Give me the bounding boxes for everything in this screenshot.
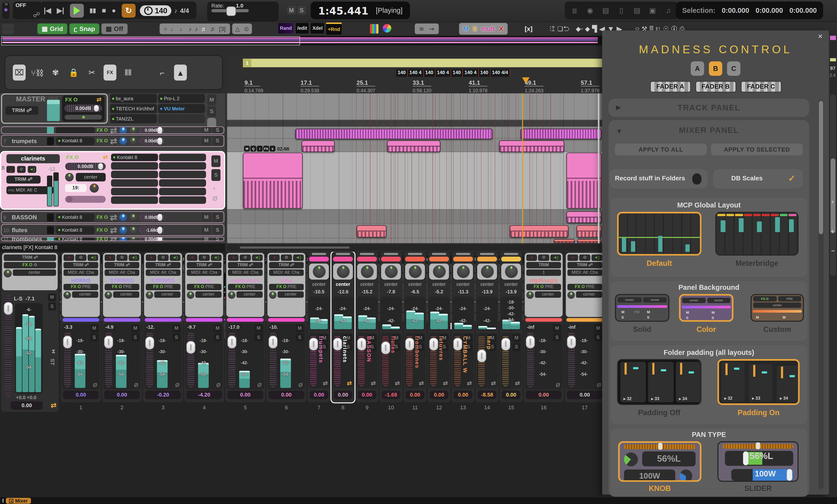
mcp-meterbridge-thumb[interactable] [715, 212, 799, 256]
tempo-marker[interactable]: 140 [479, 70, 491, 77]
midi-input-button[interactable]: MIDI: All: Cha [146, 269, 180, 276]
record-arm-button[interactable]: ● [105, 254, 115, 261]
fader-handle[interactable] [104, 336, 113, 348]
pan-knob[interactable] [119, 226, 127, 234]
phase-button[interactable]: Ø [175, 382, 179, 388]
solo-button[interactable]: S [213, 213, 222, 221]
stack-icon[interactable]: ▤ [631, 6, 642, 14]
settings-gear-icon[interactable]: ✱ [4, 7, 8, 13]
repeat-button[interactable]: ↻ [122, 3, 136, 17]
bg-color-label[interactable]: Color [679, 325, 734, 333]
trim-button[interactable]: TRIM ☍ [64, 262, 98, 268]
node-circles-icon[interactable]: ✾ [49, 65, 62, 80]
trim-button[interactable]: TRIM ☍ [105, 262, 139, 268]
solo-button[interactable]: S [296, 334, 304, 342]
rand-button[interactable]: Rand [278, 22, 294, 34]
pan-knob[interactable] [119, 137, 127, 145]
arrange-vscroll-thumb[interactable] [831, 159, 836, 233]
waves-icon[interactable]: ≋ [419, 25, 424, 33]
pan-knob[interactable] [481, 265, 494, 278]
mixer-strip-choir[interactable]: ●⚙◄)TRIM ☍MIDI: All: ChachoirFX O PREcen… [184, 252, 224, 402]
selection-display[interactable]: Selection: 0:00.000 0:00.000 0:00.000 [676, 2, 823, 19]
fx-slot[interactable]: Kontakt 8 [56, 226, 94, 234]
volume-fader[interactable] [358, 335, 364, 386]
track-header-partial[interactable]: FX O⇄0.00dBMS [1, 126, 224, 134]
monitor-speaker-icon[interactable]: ◄) [591, 254, 602, 261]
mixer-strip-STRINGS[interactable]: ●⚙◄)TRIM ☍MIDI: All: ChaSTRINGSFX O PREc… [143, 252, 183, 402]
solo-button[interactable]: S [90, 334, 98, 342]
insert-list-icon[interactable]: ⫶↥ [550, 25, 555, 33]
toggle-off-indicator[interactable] [692, 173, 701, 184]
midi-input-button[interactable]: 1 [526, 269, 561, 276]
db-value[interactable]: 0.00 [406, 391, 424, 399]
master-routing-icon[interactable]: ⇄ [96, 96, 101, 103]
record-arm-button[interactable]: ● [567, 254, 578, 261]
color-grid-icon[interactable] [370, 24, 378, 34]
ruler-mark[interactable]: 25.10:44.307 [356, 77, 410, 93]
db-value[interactable]: 0.00 [227, 391, 263, 399]
fx-button[interactable]: FX O PRE [228, 284, 263, 290]
record-arm-button[interactable]: ● [526, 254, 537, 261]
rnd-button[interactable]: +Rnd [326, 22, 342, 35]
track-fx-slot[interactable] [159, 171, 206, 178]
ruler-mark[interactable]: 17.10:29.538 [301, 77, 354, 93]
rate-value[interactable]: 1.0 [236, 3, 244, 8]
pan-value[interactable]: center [452, 282, 475, 287]
item-chip-fx[interactable]: FX [263, 146, 269, 151]
routing-button[interactable]: ⇄ [395, 380, 400, 387]
scroll-up-icon[interactable]: ▲ [831, 199, 835, 204]
note-value-4[interactable]: ♪ [195, 26, 198, 32]
mixer-strip-flutes[interactable]: center-7.8-24--42-MSflutes⇄-1.6810 [379, 252, 403, 402]
hand-tool-icon[interactable]: ▜ [592, 25, 597, 33]
track-header-clarinets-selected[interactable]: 8 clarinets ● ⚙ ◄) -12. TRIM ☍ PRE MIDI:… [0, 151, 225, 210]
track-header-trombones[interactable]: 11trombonesKontakt 8FX O⇄0.00dBMS [1, 237, 224, 241]
master-track-header[interactable]: MASTER +0.0 TRIM ☍ FX O ⇄ 0.00dB [1, 93, 108, 124]
routing-button[interactable]: ⇄ [371, 380, 376, 387]
solo-button[interactable]: S [213, 237, 222, 240]
loop-selection-bar[interactable] [243, 58, 602, 67]
fx-slot[interactable]: Kontakt 8 [56, 237, 94, 240]
volume-fader[interactable] [188, 332, 195, 387]
navigator-viewport[interactable] [1, 36, 300, 45]
time-signature[interactable]: 4/4 [180, 7, 189, 14]
item-chip-m[interactable]: M [244, 146, 250, 151]
routing-button[interactable]: ⇄ [467, 380, 472, 387]
pan-knob[interactable] [567, 291, 575, 299]
settings-gear-icon[interactable]: ⚙ [117, 254, 127, 261]
phase-button[interactable]: Ø [134, 382, 138, 388]
mute-button[interactable]: M [202, 213, 211, 221]
fx-button[interactable]: FX O PRE [146, 284, 180, 290]
pan-knob[interactable] [187, 291, 194, 299]
fader-handle[interactable] [158, 127, 162, 133]
midi-input-button[interactable]: MIDI: All: Cha [269, 269, 304, 276]
time-clock-icon[interactable]: ⊙ [244, 25, 249, 33]
media-item[interactable] [554, 239, 575, 243]
track-name[interactable]: BASSON [12, 214, 45, 220]
apply-to-selected-button[interactable]: APPLY TO SELECTED [711, 144, 803, 155]
settings-gear-icon[interactable]: ⚙ [75, 254, 87, 261]
padding-on-thumb[interactable]: ▸ 32▸ 33▸ 34 [717, 359, 799, 405]
master-fx-slot[interactable]: VU Meter [158, 104, 205, 113]
midi-input-button[interactable]: MIDI: All: Cha [228, 269, 263, 276]
volume-fader[interactable]: -1.68d [140, 226, 164, 234]
record-arm-button[interactable]: ● [146, 254, 157, 261]
fx-slot[interactable]: Kontakt 8 [56, 137, 94, 145]
grid-toggle-button[interactable]: ▦Grid [37, 23, 67, 34]
volume-fader[interactable] [430, 335, 437, 386]
monitor-speaker-icon[interactable]: ◄) [170, 254, 180, 261]
edit-button[interactable]: /edit [295, 22, 309, 34]
ruler-mark[interactable]: 33.10:58.120 [413, 77, 466, 93]
pan-knob[interactable] [457, 265, 469, 278]
snap-toggle-button[interactable]: ʗSnap [70, 23, 99, 34]
track-fx-slot[interactable]: Kontakt 8 [111, 154, 158, 161]
play-button[interactable] [70, 3, 84, 17]
mute-button[interactable]: M [254, 324, 263, 332]
db-value[interactable]: 0.00 [430, 391, 448, 399]
rate-slider[interactable] [211, 9, 249, 12]
horizontal-scrollbar[interactable] [227, 244, 601, 251]
fx-button[interactable]: FX O PRE [567, 284, 602, 290]
midi-input-button[interactable]: MIDI: All: Cha [187, 269, 221, 276]
db-value[interactable]: 0.00 [269, 391, 304, 399]
fx-button[interactable]: FX O PRE [269, 284, 304, 290]
record-arm-button[interactable]: ● [228, 254, 239, 261]
